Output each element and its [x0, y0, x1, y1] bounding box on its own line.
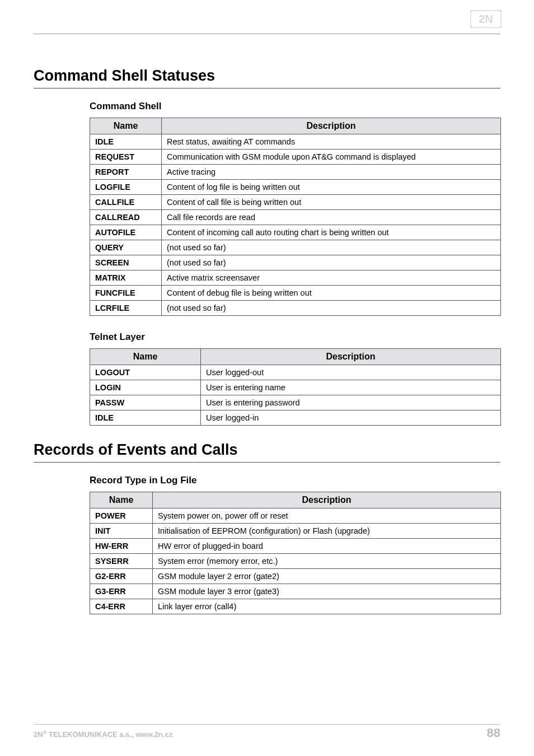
table-desc-cell: Active matrix screensaver: [162, 270, 501, 286]
table-header-cell: Description: [153, 492, 501, 508]
table-name-cell: CALLFILE: [90, 195, 162, 210]
table-desc-cell: GSM module layer 3 error (gate3): [153, 584, 501, 599]
header-divider: [34, 34, 500, 34]
table-row: IDLEUser logged-in: [90, 410, 501, 426]
table-row: G3-ERRGSM module layer 3 error (gate3): [90, 584, 501, 599]
footer-company: 2N® TELEKOMUNIKACE a.s., www.2n.cz: [34, 730, 172, 739]
table-row: PASSWUser is entering password: [90, 395, 501, 410]
table-row: LCRFILE(not used so far): [90, 301, 501, 316]
table-header-cell: Name: [90, 118, 162, 134]
data-table: NameDescriptionLOGOUTUser logged-outLOGI…: [90, 348, 501, 426]
table-row: LOGFILEContent of log file is being writ…: [90, 180, 501, 195]
table-desc-cell: Active tracing: [162, 165, 501, 180]
table-title: Command Shell: [90, 101, 500, 112]
table-header-cell: Description: [201, 349, 501, 365]
table-name-cell: LCRFILE: [90, 301, 162, 316]
table-desc-cell: GSM module layer 2 error (gate2): [153, 569, 501, 584]
table-desc-cell: (not used so far): [162, 301, 501, 316]
table-name-cell: REQUEST: [90, 150, 162, 165]
table-row: QUERY(not used so far): [90, 240, 501, 255]
table-row: REQUESTCommunication with GSM module upo…: [90, 150, 501, 165]
table-row: G2-ERRGSM module layer 2 error (gate2): [90, 569, 501, 584]
table-header-cell: Description: [162, 118, 501, 134]
table-desc-cell: User is entering name: [201, 380, 501, 395]
table-name-cell: REPORT: [90, 165, 162, 180]
table-desc-cell: Content of debug file is being written o…: [162, 286, 501, 301]
table-desc-cell: System error (memory error, etc.): [153, 554, 501, 569]
table-name-cell: QUERY: [90, 240, 162, 255]
table-name-cell: AUTOFILE: [90, 225, 162, 240]
table-desc-cell: Content of call file is being written ou…: [162, 195, 501, 210]
table-row: FUNCFILEContent of debug file is being w…: [90, 286, 501, 301]
table-row: SYSERRSystem error (memory error, etc.): [90, 554, 501, 569]
table-name-cell: FUNCFILE: [90, 286, 162, 301]
table-desc-cell: Link layer error (call4): [153, 599, 501, 614]
table-name-cell: C4-ERR: [90, 599, 153, 614]
table-row: LOGOUTUser logged-out: [90, 365, 501, 380]
table-row: C4-ERRLink layer error (call4): [90, 599, 501, 614]
table-row: INITInitialisation of EEPROM (configurat…: [90, 524, 501, 539]
table-desc-cell: Content of incoming call auto routing ch…: [162, 225, 501, 240]
table-name-cell: PASSW: [90, 395, 201, 410]
table-desc-cell: System power on, power off or reset: [153, 508, 501, 524]
table-name-cell: LOGOUT: [90, 365, 201, 380]
section-heading: Records of Events and Calls: [34, 441, 500, 459]
page-content: Command Shell StatusesCommand ShellNameD…: [34, 67, 500, 630]
table-desc-cell: Communication with GSM module upon AT&G …: [162, 150, 501, 165]
table-name-cell: POWER: [90, 508, 153, 524]
table-header-cell: Name: [90, 349, 201, 365]
table-desc-cell: User logged-in: [201, 410, 501, 426]
table-row: REPORTActive tracing: [90, 165, 501, 180]
section-heading: Command Shell Statuses: [34, 67, 500, 85]
table-name-cell: LOGIN: [90, 380, 201, 395]
data-table: NameDescriptionPOWERSystem power on, pow…: [90, 492, 501, 614]
table-row: HW-ERRHW error of plugged-in board: [90, 539, 501, 554]
table-name-cell: IDLE: [90, 134, 162, 150]
table-title: Record Type in Log File: [90, 475, 500, 486]
table-row: CALLREADCall file records are read: [90, 210, 501, 225]
table-title: Telnet Layer: [90, 332, 500, 343]
table-row: IDLERest status, awaiting AT commands: [90, 134, 501, 150]
table-name-cell: LOGFILE: [90, 180, 162, 195]
table-name-cell: SYSERR: [90, 554, 153, 569]
table-desc-cell: Call file records are read: [162, 210, 501, 225]
table-row: AUTOFILEContent of incoming call auto ro…: [90, 225, 501, 240]
table-name-cell: HW-ERR: [90, 539, 153, 554]
footer-divider: [34, 724, 500, 725]
table-row: POWERSystem power on, power off or reset: [90, 508, 501, 524]
table-name-cell: G2-ERR: [90, 569, 153, 584]
table-row: MATRIXActive matrix screensaver: [90, 270, 501, 286]
table-name-cell: SCREEN: [90, 255, 162, 270]
table-name-cell: G3-ERR: [90, 584, 153, 599]
table-name-cell: INIT: [90, 524, 153, 539]
table-desc-cell: Rest status, awaiting AT commands: [162, 134, 501, 150]
table-name-cell: CALLREAD: [90, 210, 162, 225]
table-desc-cell: HW error of plugged-in board: [153, 539, 501, 554]
table-name-cell: MATRIX: [90, 270, 162, 286]
data-table: NameDescriptionIDLERest status, awaiting…: [90, 118, 501, 316]
table-desc-cell: Initialisation of EEPROM (configuration)…: [153, 524, 501, 539]
table-desc-cell: Content of log file is being written out: [162, 180, 501, 195]
page-footer: 2N® TELEKOMUNIKACE a.s., www.2n.cz 88: [34, 726, 500, 740]
table-row: LOGINUser is entering name: [90, 380, 501, 395]
table-desc-cell: (not used so far): [162, 240, 501, 255]
section-underline: [34, 462, 500, 463]
page-number: 88: [487, 726, 500, 740]
table-desc-cell: User is entering password: [201, 395, 501, 410]
table-header-cell: Name: [90, 492, 153, 508]
brand-logo: 2N: [470, 10, 502, 28]
section-underline: [34, 88, 500, 88]
table-desc-cell: (not used so far): [162, 255, 501, 270]
table-row: CALLFILEContent of call file is being wr…: [90, 195, 501, 210]
table-desc-cell: User logged-out: [201, 365, 501, 380]
table-name-cell: IDLE: [90, 410, 201, 426]
svg-text:2N: 2N: [479, 13, 493, 25]
table-row: SCREEN(not used so far): [90, 255, 501, 270]
